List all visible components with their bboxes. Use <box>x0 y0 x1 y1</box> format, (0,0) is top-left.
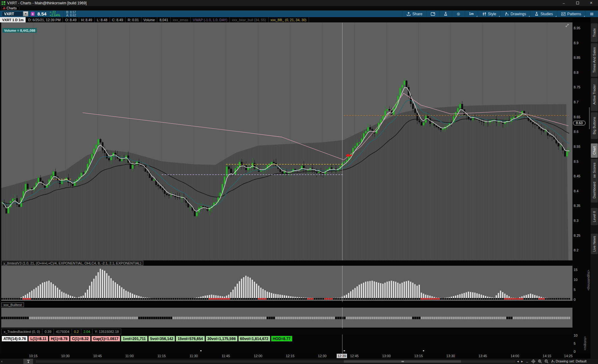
sidebar-tab-level-ii[interactable]: Level II <box>591 208 598 225</box>
style-button[interactable]: Style <box>478 11 501 17</box>
minimize-button[interactable]: – <box>557 0 571 6</box>
trades-header-cell-2: 4179304 <box>54 329 72 334</box>
trades-axis-label: 0 <box>574 350 576 353</box>
trades-header-cell-4: 2.04 <box>81 329 93 334</box>
zoom-out-icon[interactable] <box>544 359 548 363</box>
drawing-set-label[interactable]: Drawing set: Default <box>556 359 586 363</box>
price-chart-pane[interactable] <box>0 22 572 260</box>
quick-study-button[interactable] <box>439 11 452 17</box>
time-axis[interactable]: 10:1510:3010:4511:0011:1511:3011:4512:00… <box>0 353 572 359</box>
time-axis-label: 11:45 <box>222 354 230 358</box>
window-title: VXRT - Charts - Main@thinkorswim [build … <box>7 1 87 5</box>
bottom-scroll-bar: ‹ ◂ ▸ ↔ Drawing set: Default <box>0 359 598 364</box>
axis-scrollbar[interactable] <box>589 107 590 129</box>
symbol-input[interactable]: VXRT <box>2 11 23 16</box>
share-label: Share <box>412 12 422 16</box>
ttm-study-label[interactable]: y_ttmtestV3 (1.0, 21, (O+H+L+C)/4, EXPON… <box>1 261 143 265</box>
pan-right-icon[interactable]: ▸ <box>521 359 523 363</box>
zoom-in-icon[interactable] <box>538 359 542 363</box>
dropdown-fold-icon <box>529 16 530 17</box>
ttm-axis-label: 15 <box>574 268 577 272</box>
bid-value: B: 8.57 <box>66 11 76 14</box>
trades-axis-label: 5 <box>574 342 576 345</box>
jump-to-present-button[interactable] <box>23 359 33 364</box>
bulltest-pane[interactable] <box>0 308 572 328</box>
sidebar-tab-dashboard[interactable]: Dashboard <box>591 178 598 203</box>
sidebar-tab-trade[interactable]: Trade <box>591 23 598 42</box>
sidebar-tab-chart[interactable]: Chart <box>591 143 598 158</box>
timeframe-button[interactable]: 1m <box>465 11 477 17</box>
trades-backtest-header: x_TradesBacktest (0, 0)0.3941793040.22.0… <box>0 329 572 334</box>
chart-header-cell-9[interactable]: xxx_emas <box>171 17 191 22</box>
price-axis-label: 8.5 <box>574 160 578 163</box>
chart-menu-button[interactable] <box>585 11 598 17</box>
ttm-histogram-pane[interactable] <box>0 266 572 301</box>
sidebar-tab-active-trader[interactable]: Active Trader <box>591 78 598 111</box>
price-change: +.22 +2.64% <box>50 11 60 17</box>
settings-button[interactable] <box>452 11 465 17</box>
sidebar-tab-live-news[interactable]: Live News <box>591 234 598 254</box>
scroll-left-arrow[interactable]: ‹ <box>1 359 2 363</box>
time-axis-label: 14:00 <box>510 354 519 358</box>
chart-header-cell-11[interactable]: xxx_bear_bull (34, 55) <box>230 17 268 22</box>
price-axis-label: 8.75 <box>574 85 580 89</box>
bulltest-study-header: xxx_Bulltest <box>0 302 572 307</box>
thousandths-unit-label: <thousandths> <box>587 270 590 290</box>
studies-label: Studies <box>540 12 553 16</box>
status-badge-6: 5vol=356,142 <box>148 336 175 342</box>
chart-header-cell-0: VXRT 1 D 1m <box>0 17 26 22</box>
trades-header-cell-3: 0.2 <box>72 329 81 334</box>
chart-scrollbar-track[interactable] <box>36 360 515 363</box>
chart-header-cell-12[interactable]: xxx_BB_ (0, 21, 34, 30) <box>268 17 309 22</box>
crosshair-mode-icon[interactable] <box>531 359 535 363</box>
bid-ask: B: 8.57 A: 8.62 <box>63 11 76 17</box>
patterns-button[interactable]: Patterns <box>557 11 585 17</box>
panel-layout-button[interactable] <box>426 11 439 17</box>
style-label: Style <box>488 12 496 16</box>
link-badge[interactable]: 9 <box>31 12 35 16</box>
ttm-axis-label: 0 <box>574 298 576 301</box>
status-badge-1: L(1)=8.11 <box>28 336 48 342</box>
change-value: +.22 <box>50 11 60 14</box>
drawings-button[interactable]: Drawings <box>500 11 530 17</box>
bulltest-study-label[interactable]: xxx_Bulltest <box>1 302 24 307</box>
ttm-axis-label: 5 <box>574 288 576 292</box>
close-button[interactable]: ✕ <box>584 0 598 6</box>
drawing-hand-icon <box>505 12 509 16</box>
time-axis-label: 11:00 <box>125 354 134 358</box>
share-icon <box>406 12 411 16</box>
time-axis-label: 14:25 <box>564 354 573 358</box>
volume-readout-badge: Volume = 8,441,088 <box>2 28 37 33</box>
pane-expand-icon[interactable] <box>565 23 569 29</box>
sidebar-tab-big-buttons[interactable]: Big Buttons <box>591 112 598 139</box>
right-sidebar: TradeTimes And SalesActive TraderBig But… <box>591 17 598 359</box>
trades-header-cell-0[interactable]: x_TradesBacktest (0, 0) <box>1 329 42 334</box>
price-axis-label: 8.4 <box>574 189 578 193</box>
time-axis-label: 13:15 <box>414 354 423 358</box>
time-axis-label: 13:30 <box>446 354 455 358</box>
time-axis-label: 10:45 <box>93 354 102 358</box>
horizontal-fit-icon[interactable]: ↔ <box>525 360 529 363</box>
price-axis[interactable]: 8.958.98.858.88.758.78.658.68.558.58.458… <box>572 22 591 353</box>
chart-header-cell-7: Volume <box>141 17 158 22</box>
studies-button[interactable]: Studies <box>530 11 557 17</box>
maximize-icon <box>576 2 579 4</box>
pan-hand-icon[interactable] <box>551 359 555 363</box>
maximize-button[interactable] <box>571 0 584 6</box>
price-axis-label: 8.8 <box>574 71 578 74</box>
trades-axis-label: 10 <box>574 334 577 337</box>
symbol-combo[interactable]: VXRT ▼ <box>2 11 28 16</box>
thinkorswim-window: VXRT - Charts - Main@thinkorswim [build … <box>0 0 598 364</box>
pan-left-icon[interactable]: ◂ <box>517 359 519 363</box>
tab-charts[interactable]: Charts <box>1 6 19 10</box>
status-badge-3: C(1)=8.32 <box>70 336 91 342</box>
timeframe-label: 1m <box>469 12 473 16</box>
share-button[interactable]: Share <box>402 11 426 17</box>
price-axis-label: 8.85 <box>574 56 580 59</box>
flask-icon <box>444 12 448 16</box>
sidebar-tab-times-and-sales[interactable]: Times And Sales <box>591 43 598 77</box>
symbol-dropdown-button[interactable]: ▼ <box>23 11 28 16</box>
status-badge-9: 60vol=1,814,672 <box>238 336 270 342</box>
chart-scrollbar-thumb[interactable] <box>344 360 461 363</box>
chart-header-cell-10[interactable]: VWAP (-1.0, 1.0, DAY) <box>191 17 230 22</box>
